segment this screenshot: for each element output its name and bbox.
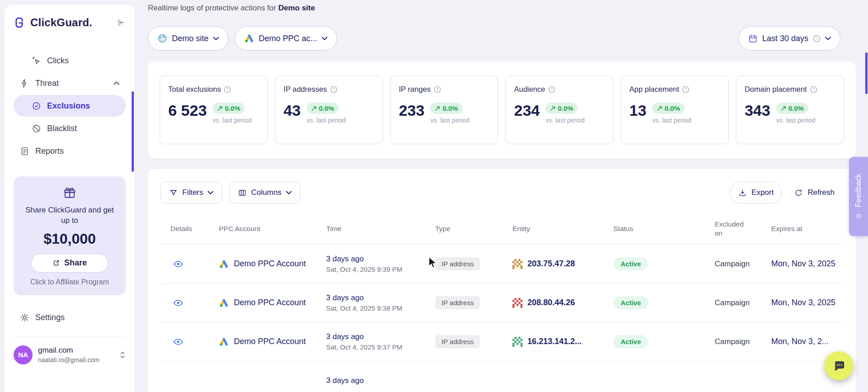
refresh-button-label: Refresh bbox=[807, 188, 835, 197]
view-details-eye-icon[interactable] bbox=[171, 259, 219, 269]
google-ads-icon bbox=[219, 298, 229, 308]
row-excluded-on: Campaign bbox=[715, 298, 771, 307]
share-button[interactable]: Share bbox=[31, 254, 108, 273]
stat-value: 13 bbox=[629, 102, 646, 119]
site-selector-value: Demo site bbox=[172, 34, 209, 43]
filters-button-label: Filters bbox=[182, 188, 203, 197]
status-badge: Active bbox=[613, 335, 648, 348]
help-icon[interactable] bbox=[682, 86, 689, 93]
external-link-icon bbox=[52, 259, 60, 267]
sidebar-item-threat[interactable]: Threat bbox=[14, 72, 126, 94]
stat-delta: 0.0% bbox=[319, 104, 334, 112]
sidebar-scrollbar[interactable] bbox=[132, 91, 134, 172]
row-time-absolute: Sat, Oct 4, 2025 9:38 PM bbox=[326, 304, 435, 312]
threat-lightning-icon bbox=[20, 79, 29, 88]
clickguard-logo-icon bbox=[14, 16, 26, 29]
chevron-up-icon bbox=[114, 81, 119, 85]
help-icon[interactable] bbox=[434, 86, 441, 93]
affiliate-program-link[interactable]: Click to Affiliate Program bbox=[21, 278, 119, 286]
columns-button[interactable]: Columns bbox=[229, 182, 300, 203]
bug-icon bbox=[855, 212, 862, 219]
view-details-eye-icon[interactable] bbox=[171, 337, 219, 347]
stat-value: 343 bbox=[745, 102, 770, 119]
chevron-down-icon bbox=[825, 37, 831, 40]
funnel-icon bbox=[169, 189, 178, 197]
row-entity: 208.80.44.26 bbox=[527, 298, 575, 307]
sidebar-nav: Clicks Threat Exclusions Blacklist Re bbox=[14, 50, 126, 162]
refresh-button[interactable]: Refresh bbox=[786, 182, 843, 203]
help-icon[interactable] bbox=[548, 86, 555, 93]
help-icon bbox=[813, 35, 821, 43]
view-details-eye-icon[interactable] bbox=[171, 298, 219, 308]
table-row: Demo PPC Account 3 days agoSat, Oct 4, 2… bbox=[161, 322, 843, 361]
status-badge: Active bbox=[613, 296, 648, 309]
reports-document-icon bbox=[20, 146, 29, 156]
entity-identicon bbox=[512, 259, 522, 269]
chevron-down-icon bbox=[286, 191, 292, 194]
help-icon[interactable] bbox=[810, 86, 817, 93]
entity-identicon bbox=[512, 298, 522, 308]
sidebar-item-settings[interactable]: Settings bbox=[14, 307, 126, 329]
user-menu[interactable]: NA gmail.com naatali.ro@gmail.com bbox=[14, 345, 126, 364]
feedback-tab[interactable]: Feedback bbox=[849, 157, 868, 236]
row-account: Demo PPC Account bbox=[234, 259, 306, 269]
stat-delta: 0.0% bbox=[442, 104, 458, 112]
clicks-cursor-icon bbox=[32, 56, 41, 66]
sidebar-item-exclusions[interactable]: Exclusions bbox=[14, 95, 126, 117]
row-time-absolute: Sat, Oct 4, 2025 9:37 PM bbox=[326, 343, 435, 351]
user-email: naatali.ro@gmail.com bbox=[38, 356, 100, 364]
stat-card-app-placement: App placement 13 0.0% vs. last period bbox=[621, 76, 729, 144]
export-button-label: Export bbox=[751, 188, 773, 197]
sidebar-item-reports[interactable]: Reports bbox=[14, 140, 126, 162]
table-toolbar: Filters Columns Export Refresh bbox=[161, 182, 843, 203]
table-header-row: Details PPC Account Time Type Entity Sta… bbox=[161, 220, 843, 245]
gift-icon bbox=[62, 185, 77, 200]
sidebar-collapse-icon[interactable] bbox=[116, 18, 126, 28]
stat-delta: 0.0% bbox=[664, 104, 680, 112]
stat-caption: vs. last period bbox=[307, 117, 346, 124]
share-button-label: Share bbox=[64, 258, 87, 268]
entity-identicon bbox=[512, 337, 522, 347]
help-icon[interactable] bbox=[224, 86, 231, 93]
ppc-account-selector[interactable]: Demo PPC ac... bbox=[235, 26, 337, 51]
help-icon[interactable] bbox=[330, 86, 337, 93]
row-expires-at: Mon, Nov 3, 2... bbox=[771, 337, 843, 346]
stat-caption: vs. last period bbox=[430, 117, 469, 124]
export-button[interactable]: Export bbox=[730, 182, 782, 203]
col-status: Status bbox=[613, 225, 715, 233]
stat-card-total-exclusions: Total exclusions 6 523 0.0% vs. last per… bbox=[160, 76, 268, 144]
filters-button[interactable]: Filters bbox=[161, 182, 222, 203]
promo-amount: $10,000 bbox=[21, 231, 119, 247]
type-badge: IP address bbox=[435, 335, 480, 348]
stat-caption: vs. last period bbox=[776, 117, 815, 124]
stat-label: Total exclusions bbox=[168, 85, 221, 94]
blacklist-ban-icon bbox=[32, 124, 41, 133]
google-ads-icon bbox=[244, 33, 254, 43]
brand-name: ClickGuard. bbox=[30, 16, 92, 29]
date-range-selector[interactable]: Last 30 days bbox=[739, 26, 840, 51]
row-entity: 16.213.141.2... bbox=[527, 337, 582, 346]
avatar: NA bbox=[14, 345, 33, 364]
sidebar-item-blacklist[interactable]: Blacklist bbox=[14, 118, 126, 139]
row-account: Demo PPC Account bbox=[234, 298, 306, 307]
col-type: Type bbox=[435, 225, 512, 233]
trend-up-icon bbox=[217, 106, 223, 111]
nav-label-exclusions: Exclusions bbox=[47, 101, 90, 111]
row-entity: 203.75.47.28 bbox=[527, 259, 575, 269]
columns-icon bbox=[238, 189, 247, 197]
page-scrollbar[interactable] bbox=[865, 52, 868, 94]
columns-button-label: Columns bbox=[251, 188, 281, 197]
trend-up-icon bbox=[550, 106, 555, 111]
chat-launcher-button[interactable] bbox=[825, 351, 854, 380]
col-expires-at: Expires at bbox=[771, 225, 843, 233]
stat-delta: 0.0% bbox=[225, 104, 240, 112]
download-icon bbox=[738, 189, 747, 197]
stat-value: 6 523 bbox=[168, 102, 207, 119]
sidebar-item-clicks[interactable]: Clicks bbox=[14, 50, 126, 71]
nav-label-settings: Settings bbox=[35, 313, 65, 322]
exclusions-log: Filters Columns Export Refresh Deta bbox=[148, 169, 856, 392]
table-row: Demo PPC Account 3 days agoSat, Oct 4, 2… bbox=[161, 245, 843, 283]
col-time: Time bbox=[326, 225, 435, 233]
site-selector[interactable]: Demo site bbox=[148, 26, 228, 51]
row-excluded-on: Campaign bbox=[715, 337, 771, 346]
